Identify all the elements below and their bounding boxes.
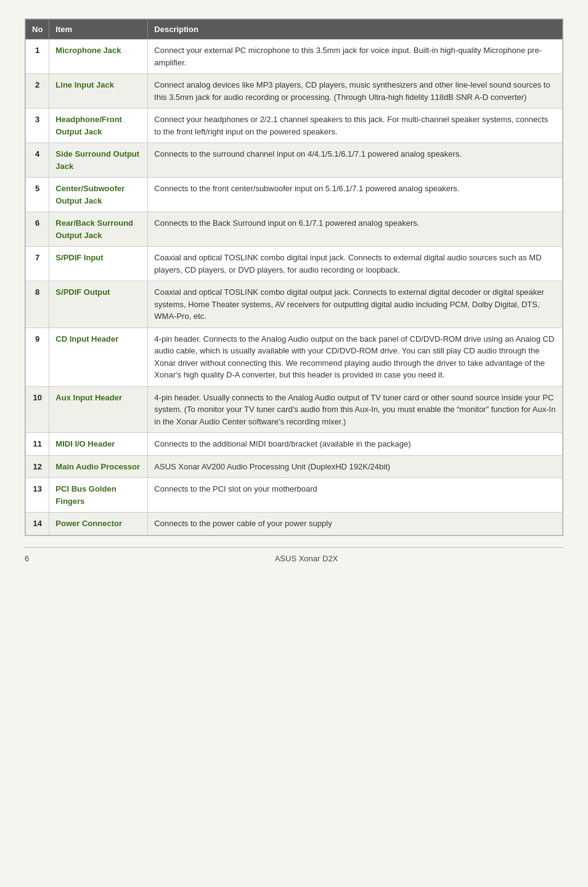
table-row: 10Aux Input Header4-pin header. Usually … bbox=[26, 386, 563, 433]
row-description: 4-pin header. Usually connects to the An… bbox=[148, 386, 563, 433]
row-item: Line Input Jack bbox=[49, 74, 148, 109]
page-wrapper: No Item Description 1Microphone JackConn… bbox=[25, 19, 563, 563]
table-row: 5Center/Subwoofer Output JackConnects to… bbox=[26, 178, 563, 212]
table-row: 1Microphone JackConnect your external PC… bbox=[26, 39, 563, 74]
row-description: Connects to the front center/subwoofer i… bbox=[148, 178, 563, 212]
row-description: Connect analog devices like MP3 players,… bbox=[148, 74, 563, 109]
row-item: S/PDIF Output bbox=[49, 281, 148, 328]
row-item: Headphone/Front Output Jack bbox=[49, 109, 148, 143]
row-number: 7 bbox=[26, 247, 49, 281]
footer-product-name: ASUS Xonar D2X bbox=[49, 554, 563, 563]
row-item: Rear/Back Surround Output Jack bbox=[49, 212, 148, 247]
row-item: S/PDIF Input bbox=[49, 247, 148, 281]
footer-page-number: 6 bbox=[25, 554, 49, 563]
row-item: Side Surround Output Jack bbox=[49, 143, 148, 178]
table-header-row: No Item Description bbox=[26, 20, 563, 39]
row-number: 9 bbox=[26, 328, 49, 386]
row-number: 2 bbox=[26, 74, 49, 109]
row-description: 4-pin header. Connects to the Analog Aud… bbox=[148, 328, 563, 386]
row-description: Connects to the Back Surround input on 6… bbox=[148, 212, 563, 247]
row-item: MIDI I/O Header bbox=[49, 433, 148, 456]
row-description: Connects to the PCI slot on your motherb… bbox=[148, 478, 563, 513]
row-number: 13 bbox=[26, 478, 49, 513]
row-number: 1 bbox=[26, 39, 49, 74]
row-number: 8 bbox=[26, 281, 49, 328]
row-item: Microphone Jack bbox=[49, 39, 148, 74]
row-number: 5 bbox=[26, 178, 49, 212]
row-item: CD Input Header bbox=[49, 328, 148, 386]
col-header-description: Description bbox=[148, 20, 563, 39]
col-header-item: Item bbox=[49, 20, 148, 39]
row-item: Main Audio Processor bbox=[49, 455, 148, 478]
col-header-no: No bbox=[26, 20, 49, 39]
table-row: 14Power ConnectorConnects to the power c… bbox=[26, 513, 563, 535]
row-description: Connect your headphones or 2/2.1 channel… bbox=[148, 109, 563, 143]
table-row: 12Main Audio ProcessorASUS Xonar AV200 A… bbox=[26, 455, 563, 478]
row-item: PCI Bus Golden Fingers bbox=[49, 478, 148, 513]
page-footer: 6 ASUS Xonar D2X bbox=[25, 547, 563, 563]
table-row: 4Side Surround Output JackConnects to th… bbox=[26, 143, 563, 178]
table-row: 6Rear/Back Surround Output JackConnects … bbox=[26, 212, 563, 247]
row-description: Connects to the surround channel input o… bbox=[148, 143, 563, 178]
table-row: 7S/PDIF InputCoaxial and optical TOSLINK… bbox=[26, 247, 563, 281]
row-number: 11 bbox=[26, 433, 49, 456]
table-row: 11MIDI I/O HeaderConnects to the additio… bbox=[26, 433, 563, 456]
table-row: 8S/PDIF OutputCoaxial and optical TOSLIN… bbox=[26, 281, 563, 328]
table-row: 2Line Input JackConnect analog devices l… bbox=[26, 74, 563, 109]
row-item: Center/Subwoofer Output Jack bbox=[49, 178, 148, 212]
row-item: Aux Input Header bbox=[49, 386, 148, 433]
row-number: 14 bbox=[26, 513, 49, 535]
row-description: Connects to the power cable of your powe… bbox=[148, 513, 563, 535]
row-description: Connects to the additional MIDI board/br… bbox=[148, 433, 563, 456]
table-row: 3Headphone/Front Output JackConnect your… bbox=[26, 109, 563, 143]
main-table-wrapper: No Item Description 1Microphone JackConn… bbox=[25, 19, 563, 536]
table-row: 9CD Input Header4-pin header. Connects t… bbox=[26, 328, 563, 386]
row-number: 12 bbox=[26, 455, 49, 478]
row-number: 6 bbox=[26, 212, 49, 247]
row-number: 10 bbox=[26, 386, 49, 433]
row-number: 4 bbox=[26, 143, 49, 178]
row-number: 3 bbox=[26, 109, 49, 143]
row-description: Coaxial and optical TOSLINK combo digita… bbox=[148, 281, 563, 328]
table-row: 13PCI Bus Golden FingersConnects to the … bbox=[26, 478, 563, 513]
row-description: Coaxial and optical TOSLINK combo digita… bbox=[148, 247, 563, 281]
row-description: ASUS Xonar AV200 Audio Processing Unit (… bbox=[148, 455, 563, 478]
component-table: No Item Description 1Microphone JackConn… bbox=[25, 19, 563, 535]
row-item: Power Connector bbox=[49, 513, 148, 535]
row-description: Connect your external PC microphone to t… bbox=[148, 39, 563, 74]
